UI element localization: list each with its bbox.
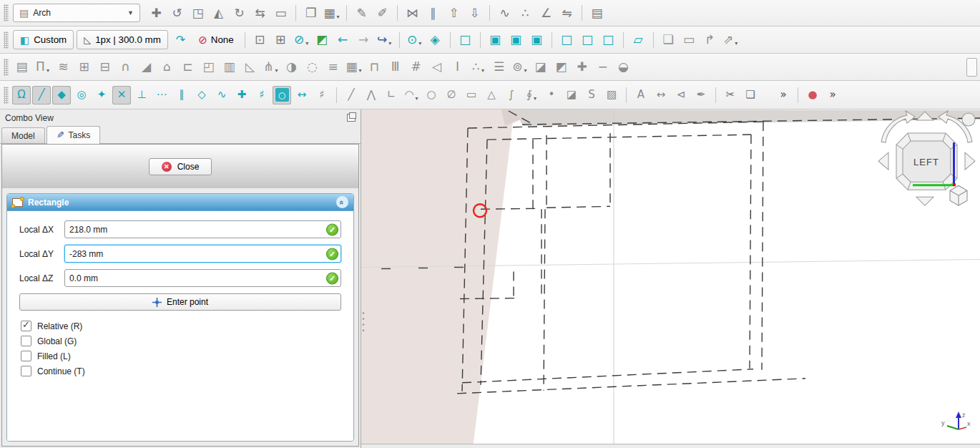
space-icon[interactable]: ◰ bbox=[199, 57, 218, 77]
nav-back-icon[interactable]: ← bbox=[333, 30, 353, 49]
fillet-icon[interactable]: ∟ bbox=[382, 86, 401, 104]
point-icon[interactable]: • bbox=[542, 86, 561, 104]
flip-dimension-icon[interactable]: ⇋ bbox=[557, 4, 577, 23]
box-selection-icon[interactable]: ⊡ bbox=[250, 30, 270, 49]
dimension-icon[interactable]: ↔ bbox=[652, 86, 670, 104]
toolbar-grip[interactable] bbox=[4, 87, 9, 104]
tab-tasks[interactable]: ✎ Tasks bbox=[46, 126, 101, 144]
pipe-icon[interactable]: ⊚▾ bbox=[510, 57, 529, 77]
rectangle-task-header[interactable]: Rectangle « bbox=[7, 194, 353, 211]
snap-intersection-icon[interactable]: ✕ bbox=[112, 86, 131, 104]
dropdown-caret-icon[interactable]: ▾ bbox=[735, 40, 738, 49]
view-left-icon[interactable]: □ bbox=[599, 30, 618, 49]
join-icon[interactable]: ⋈ bbox=[403, 4, 422, 23]
toolbar-overflow-icon[interactable]: » bbox=[774, 86, 793, 104]
toolbar-grip[interactable] bbox=[4, 31, 9, 49]
dropdown-caret-icon[interactable]: ▾ bbox=[337, 14, 340, 23]
line-icon[interactable]: ╱ bbox=[342, 86, 361, 104]
local-dx-input[interactable] bbox=[64, 220, 341, 238]
line-width-button[interactable]: ◺ 1px | 300.0 mm bbox=[77, 30, 168, 49]
schedule-icon[interactable]: ☰ bbox=[489, 57, 509, 77]
relative-checkbox[interactable]: Relative (R) bbox=[21, 321, 341, 331]
structure-icon[interactable]: Π▾ bbox=[33, 57, 52, 77]
label-icon[interactable]: ⊲ bbox=[672, 86, 690, 104]
dropdown-caret-icon[interactable]: ▾ bbox=[275, 67, 278, 77]
nav-arrow-down[interactable] bbox=[916, 197, 934, 205]
enter-point-button[interactable]: Enter point bbox=[19, 293, 341, 311]
measure-icon[interactable]: ▱ bbox=[629, 30, 648, 49]
profile-icon[interactable]: Ⅰ bbox=[448, 57, 467, 77]
cut-icon[interactable]: ✂ bbox=[721, 86, 740, 104]
draft-style-button[interactable]: ◧ Custom bbox=[13, 30, 74, 49]
create-part-icon[interactable]: ❏ bbox=[659, 30, 678, 49]
level-icon[interactable]: ⊏ bbox=[178, 57, 197, 77]
continue-checkbox[interactable]: Continue (T) bbox=[21, 366, 341, 376]
cut-with-plane-icon[interactable]: ◪ bbox=[531, 57, 550, 77]
nav-mini-cube[interactable] bbox=[950, 185, 967, 205]
copy-icon[interactable]: ❏ bbox=[741, 86, 760, 104]
view-rear-icon[interactable]: □ bbox=[557, 30, 577, 49]
hatch-icon[interactable]: ▨ bbox=[602, 86, 621, 104]
view-right-icon[interactable]: ▣ bbox=[527, 30, 547, 49]
offset-icon[interactable]: ↻ bbox=[230, 4, 249, 23]
dropdown-caret-icon[interactable]: ▾ bbox=[534, 95, 536, 104]
dropdown-caret-icon[interactable]: ▾ bbox=[359, 67, 362, 77]
site-icon[interactable]: ◢ bbox=[137, 57, 156, 77]
box-element-selection-icon[interactable]: ⊞ bbox=[271, 30, 290, 49]
snap-ortho-icon[interactable]: ✚ bbox=[232, 86, 251, 104]
snap-grid-icon[interactable]: ♯ bbox=[253, 86, 271, 104]
dropdown-caret-icon[interactable]: ▾ bbox=[524, 67, 527, 77]
nav-forward-icon[interactable]: → bbox=[354, 30, 373, 49]
equipment-icon[interactable]: ▦▾ bbox=[344, 57, 363, 77]
local-dz-input[interactable] bbox=[64, 269, 341, 287]
curtain-wall-icon[interactable]: ⊞ bbox=[74, 57, 94, 77]
checkbox-box[interactable] bbox=[21, 366, 31, 376]
circle-icon[interactable]: ○ bbox=[422, 86, 441, 104]
create-group-icon[interactable]: ▭ bbox=[680, 30, 699, 49]
snap-lock-icon[interactable]: Ω bbox=[12, 86, 31, 104]
global-checkbox[interactable]: Global (G) bbox=[21, 336, 341, 346]
link-actions-icon[interactable]: ⇗▾ bbox=[721, 30, 740, 49]
railing-icon[interactable]: # bbox=[406, 57, 426, 77]
truss-icon[interactable]: ◁ bbox=[427, 57, 446, 77]
rotate-icon[interactable]: ↺ bbox=[167, 4, 187, 23]
snap-angle-icon[interactable]: ✦ bbox=[92, 86, 111, 104]
shapestring-icon[interactable]: S bbox=[582, 86, 601, 104]
view-top-icon[interactable]: ▣ bbox=[506, 30, 526, 49]
wall-icon[interactable]: ▤ bbox=[12, 57, 31, 77]
building-icon[interactable]: ⌂ bbox=[157, 57, 177, 77]
facebinder-icon[interactable]: ◪ bbox=[562, 86, 581, 104]
section-plane-icon[interactable]: ◌ bbox=[303, 57, 322, 77]
array-icon[interactable]: ▦▾ bbox=[322, 4, 341, 23]
ellipse-icon[interactable]: ∅ bbox=[442, 86, 461, 104]
workbench-selector[interactable]: ▤ Arch ▼ bbox=[13, 4, 140, 22]
nav-arrow-right[interactable] bbox=[965, 152, 975, 170]
move-icon[interactable]: ✚ bbox=[147, 4, 166, 23]
draft-edit-icon[interactable]: ✎ bbox=[352, 4, 371, 23]
building-part-icon[interactable]: ⊟ bbox=[95, 57, 114, 77]
fit-all-icon[interactable]: ◈ bbox=[426, 30, 445, 49]
snap-working-plane-icon[interactable]: ○ bbox=[273, 86, 291, 104]
downgrade-icon[interactable]: ⇩ bbox=[465, 4, 484, 23]
frame-icon[interactable]: ⊓ bbox=[365, 57, 384, 77]
dropdown-caret-icon[interactable]: ▾ bbox=[418, 40, 421, 49]
filled-checkbox[interactable]: Filled (L) bbox=[21, 351, 341, 361]
add-component-icon[interactable]: ✚ bbox=[572, 57, 592, 77]
layer-icon[interactable]: ▤ bbox=[587, 4, 607, 23]
autogroup-button[interactable]: ⊘ None bbox=[193, 30, 238, 49]
link-navigation-icon[interactable]: ↪▾ bbox=[375, 30, 394, 49]
zoom-icon[interactable]: ⊙▾ bbox=[405, 30, 424, 49]
dropdown-caret-icon[interactable]: ▾ bbox=[481, 67, 484, 77]
axis-icon[interactable]: ⋔▾ bbox=[261, 57, 280, 77]
remove-component-icon[interactable]: − bbox=[593, 57, 612, 77]
toolbar-overflow-2-icon[interactable]: » bbox=[823, 86, 842, 104]
dropdown-caret-icon[interactable]: ▾ bbox=[46, 67, 49, 77]
window-icon[interactable]: ▥ bbox=[220, 57, 239, 77]
point-array-icon[interactable]: ∴ bbox=[516, 4, 535, 23]
checkbox-box[interactable] bbox=[21, 321, 31, 331]
snap-dimensions-icon[interactable]: ↔ bbox=[293, 86, 311, 104]
view-front-icon[interactable]: ▣ bbox=[486, 30, 505, 49]
axis-system-icon[interactable]: ◑ bbox=[282, 57, 301, 77]
nav-arrow-left[interactable] bbox=[878, 152, 888, 170]
bspline-icon[interactable]: ∫ bbox=[502, 86, 521, 104]
